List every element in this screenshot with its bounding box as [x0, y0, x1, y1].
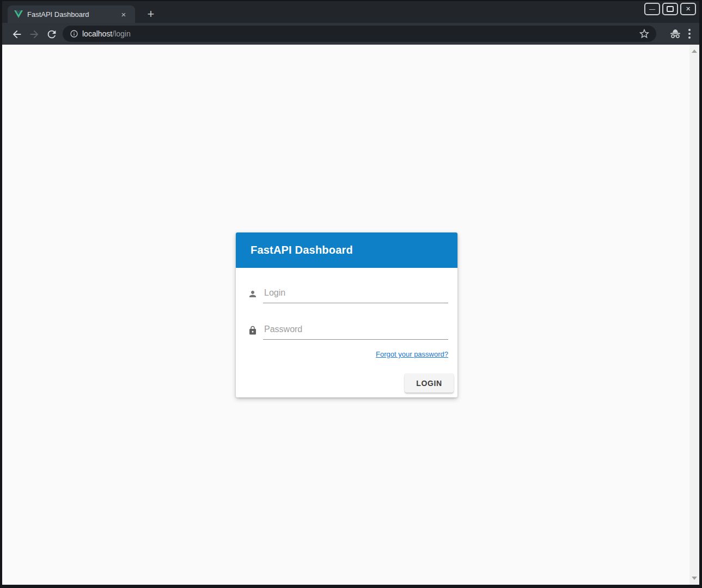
login-card-header: FastAPI Dashboard — [236, 232, 457, 268]
login-input[interactable] — [263, 285, 448, 303]
password-input[interactable] — [263, 321, 448, 340]
window-close-button[interactable]: ✕ — [680, 3, 696, 15]
scrollbar-up-icon[interactable] — [692, 50, 697, 53]
toolbar-right-group — [669, 23, 699, 45]
login-field-row — [248, 285, 448, 303]
address-bar[interactable]: localhost/login — [63, 26, 656, 42]
url-path: /login — [112, 29, 130, 38]
page-scrollbar[interactable] — [689, 45, 699, 585]
window-controls: — ✕ — [644, 2, 696, 15]
tab-strip: FastAPI Dashboard × + — ✕ — [2, 1, 699, 23]
browser-toolbar: localhost/login — [2, 23, 699, 45]
forgot-password-link[interactable]: Forgot your password? — [376, 350, 448, 358]
vue-favicon-icon — [14, 10, 23, 19]
browser-window: FastAPI Dashboard × + — ✕ localhost/logi… — [0, 0, 702, 588]
url-host: localhost — [82, 29, 112, 38]
browser-tab[interactable]: FastAPI Dashboard × — [8, 5, 135, 23]
tab-title: FastAPI Dashboard — [27, 10, 114, 19]
maximize-icon — [667, 6, 674, 12]
login-card-title: FastAPI Dashboard — [251, 244, 353, 256]
page-info-icon[interactable] — [70, 29, 78, 38]
back-icon[interactable] — [11, 28, 23, 40]
scrollbar-down-icon[interactable] — [692, 577, 697, 580]
reload-icon[interactable] — [46, 28, 58, 40]
bookmark-star-icon[interactable] — [638, 28, 650, 40]
new-tab-button[interactable]: + — [142, 5, 160, 23]
forward-icon[interactable] — [28, 28, 40, 40]
password-field-row — [248, 321, 448, 340]
browser-menu-icon[interactable] — [688, 29, 691, 39]
lock-icon — [248, 326, 258, 335]
incognito-icon — [669, 27, 682, 40]
person-icon — [248, 289, 258, 299]
window-maximize-button[interactable] — [662, 3, 678, 15]
window-minimize-button[interactable]: — — [644, 3, 660, 15]
login-button[interactable]: LOGIN — [405, 373, 454, 393]
tab-close-icon[interactable]: × — [119, 9, 129, 19]
login-card: FastAPI Dashboard Forgot your password? … — [236, 232, 457, 397]
url-text: localhost/login — [82, 29, 131, 38]
page-viewport: FastAPI Dashboard Forgot your password? … — [2, 45, 699, 585]
